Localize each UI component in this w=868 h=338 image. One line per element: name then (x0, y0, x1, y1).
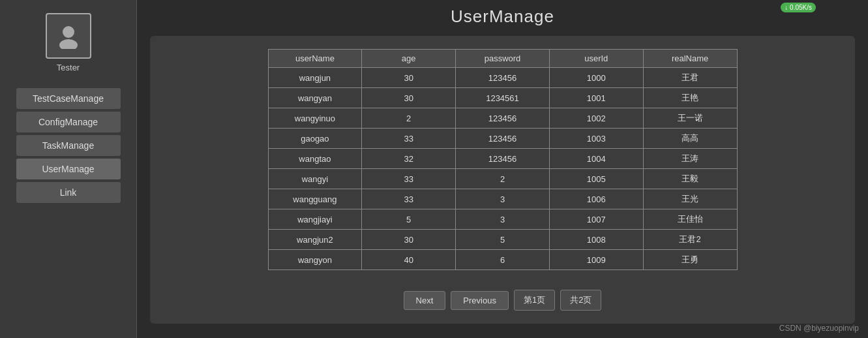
avatar (46, 13, 91, 59)
table-cell: 1004 (549, 149, 643, 169)
user-icon (55, 23, 82, 49)
table-cell: 32 (362, 149, 456, 169)
avatar-container: Tester (46, 13, 91, 72)
table-cell: 123456 (456, 108, 550, 129)
table-cell: 2 (362, 108, 456, 129)
table-row: wangguang3331006王光 (268, 189, 737, 209)
table-cell: gaogao (268, 129, 362, 149)
sidebar-item-usermanage[interactable]: UserManage (16, 159, 121, 179)
table-row: wangyi3321005王毅 (268, 169, 737, 189)
table-cell: wangjun2 (268, 230, 362, 250)
table-row: gaogao331234561003高高 (268, 129, 737, 149)
user-table: userName age password userId realName wa… (268, 49, 738, 270)
speed-badge: ↓ 0.05K/s (781, 3, 816, 12)
sidebar: Tester TestCaseManage ConfigManage TaskM… (0, 0, 137, 338)
col-header-username: userName (268, 50, 362, 68)
sidebar-item-link[interactable]: Link (16, 182, 121, 203)
table-cell: 3 (456, 189, 550, 209)
table-cell: 5 (456, 230, 550, 250)
table-cell: 高高 (643, 129, 737, 149)
sidebar-item-testcasemanage[interactable]: TestCaseManage (16, 88, 121, 109)
table-cell: 王勇 (643, 250, 737, 270)
table-cell: 王君 (643, 68, 737, 88)
previous-button[interactable]: Previous (451, 291, 509, 310)
next-button[interactable]: Next (404, 291, 446, 310)
table-cell: 王艳 (643, 88, 737, 108)
table-cell: 王君2 (643, 230, 737, 250)
table-cell: 1007 (549, 209, 643, 230)
table-cell: 1008 (549, 230, 643, 250)
table-row: wangjun23051008王君2 (268, 230, 737, 250)
table-cell: wangguang (268, 189, 362, 209)
table-row: wangjun301234561000王君 (268, 68, 737, 88)
table-cell: 123456 (456, 129, 550, 149)
table-row: wangyinuo21234561002王一诺 (268, 108, 737, 129)
table-cell: 1006 (549, 189, 643, 209)
total-pages-label: 共2页 (560, 290, 601, 311)
table-cell: 33 (362, 129, 456, 149)
table-cell: wangyi (268, 169, 362, 189)
table-cell: wangjiayi (268, 209, 362, 230)
sidebar-item-configmanage[interactable]: ConfigManage (16, 112, 121, 132)
table-cell: 2 (456, 169, 550, 189)
table-row: wangyon4061009王勇 (268, 250, 737, 270)
avatar-label: Tester (57, 63, 80, 72)
table-cell: wangjun (268, 68, 362, 88)
table-cell: 1234561 (456, 88, 550, 108)
nav-menu: TestCaseManage ConfigManage TaskManage U… (0, 88, 136, 203)
pagination: Next Previous 第1页 共2页 (404, 290, 602, 311)
table-cell: 30 (362, 88, 456, 108)
table-cell: 5 (362, 209, 456, 230)
table-cell: 1005 (549, 169, 643, 189)
table-cell: 王一诺 (643, 108, 737, 129)
table-row: wangtao321234561004王涛 (268, 149, 737, 169)
table-cell: 6 (456, 250, 550, 270)
table-cell: 33 (362, 169, 456, 189)
content-panel: userName age password userId realName wa… (150, 36, 855, 324)
table-cell: 40 (362, 250, 456, 270)
table-cell: 1000 (549, 68, 643, 88)
table-cell: 1003 (549, 129, 643, 149)
col-header-password: password (456, 50, 550, 68)
table-row: wangjiayi531007王佳怡 (268, 209, 737, 230)
table-cell: 王涛 (643, 149, 737, 169)
sidebar-item-taskmanage[interactable]: TaskManage (16, 135, 121, 156)
page-title: UserManage (451, 7, 554, 27)
main-content: ↓ 0.05K/s UserManage userName age passwo… (137, 0, 868, 338)
table-cell: wangyinuo (268, 108, 362, 129)
svg-point-1 (59, 39, 78, 49)
table-cell: 王光 (643, 189, 737, 209)
table-header-row: userName age password userId realName (268, 50, 737, 68)
svg-point-0 (63, 26, 74, 38)
table-cell: 33 (362, 189, 456, 209)
table-cell: 123456 (456, 68, 550, 88)
current-page-label: 第1页 (514, 290, 555, 311)
col-header-realname: realName (643, 50, 737, 68)
table-cell: 王佳怡 (643, 209, 737, 230)
table-cell: 1002 (549, 108, 643, 129)
table-cell: wangyon (268, 250, 362, 270)
table-cell: wangyan (268, 88, 362, 108)
table-cell: 王毅 (643, 169, 737, 189)
table-cell: 30 (362, 230, 456, 250)
table-cell: wangtao (268, 149, 362, 169)
col-header-age: age (362, 50, 456, 68)
table-cell: 3 (456, 209, 550, 230)
table-cell: 123456 (456, 149, 550, 169)
watermark: CSDN @biyezuopinvip (779, 324, 859, 333)
col-header-userid: userId (549, 50, 643, 68)
table-cell: 1009 (549, 250, 643, 270)
table-cell: 30 (362, 68, 456, 88)
table-row: wangyan3012345611001王艳 (268, 88, 737, 108)
table-cell: 1001 (549, 88, 643, 108)
